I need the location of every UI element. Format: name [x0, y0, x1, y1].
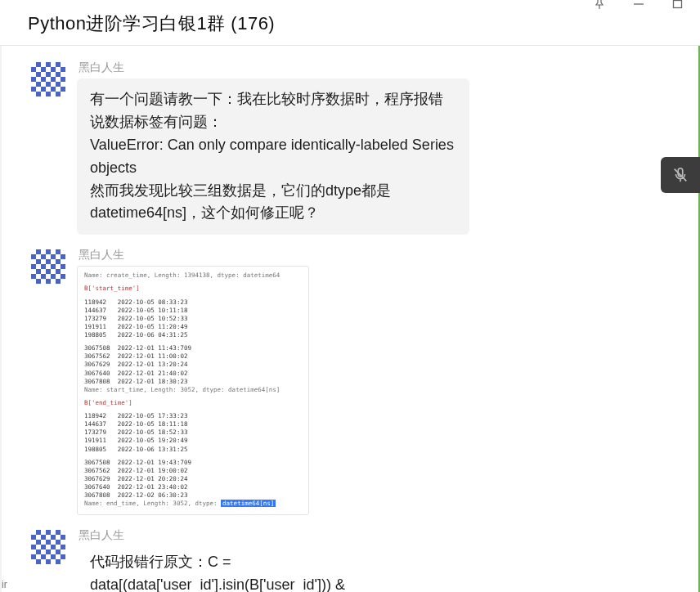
console-row: 3067629 2022-12-01 20:20:24: [84, 475, 302, 483]
svg-rect-2: [674, 1, 682, 8]
message-bubble[interactable]: 有一个问题请教一下：我在比较时序数据时，程序报错说数据标签有问题： ValueE…: [77, 78, 469, 235]
console-row: 3067808 2022-12-01 18:30:23: [84, 378, 302, 386]
console-row: 118942 2022-10-05 17:33:23: [84, 412, 302, 420]
console-expr: B['end_time']: [84, 399, 302, 407]
message-bubble[interactable]: 代码报错行原文：C = data[(data['user_id'].isin(B…: [77, 546, 469, 592]
window-buttons: [594, 0, 684, 10]
sender-name: 黑白人生: [77, 528, 690, 543]
maximize-icon[interactable]: [672, 0, 684, 10]
pin-icon[interactable]: [594, 0, 605, 10]
chat-scroll[interactable]: 黑白人生 有一个问题请教一下：我在比较时序数据时，程序报错说数据标签有问题： V…: [10, 46, 690, 592]
console-row: 3067640 2022-12-01 23:40:02: [84, 483, 302, 491]
avatar[interactable]: [31, 530, 65, 564]
console-row: 173279 2022-10-05 18:52:33: [84, 428, 302, 437]
message: 黑白人生 代码报错行原文：C = data[(data['user_id'].i…: [10, 527, 690, 592]
console-row: 3067640 2022-12-01 21:40:02: [84, 370, 302, 378]
console-row: 3067629 2022-12-01 13:20:24: [84, 361, 302, 369]
mute-toggle[interactable]: [661, 157, 700, 193]
avatar[interactable]: [31, 62, 65, 96]
console-row: 3067508 2022-12-01 11:43:709: [84, 344, 302, 352]
console-row: 3067562 2022-12-01 19:00:02: [84, 467, 302, 475]
left-edge: [0, 0, 2, 592]
title-bar: Python进阶学习白银1群 (176): [0, 0, 700, 46]
console-row: 144637 2022-10-05 18:11:18: [84, 420, 302, 428]
console-row: 173279 2022-10-05 10:52:33: [84, 315, 302, 323]
console-row: 118942 2022-10-05 08:33:23: [84, 298, 302, 307]
message: 黑白人生 有一个问题请教一下：我在比较时序数据时，程序报错说数据标签有问题： V…: [10, 59, 690, 246]
console-row: 3067508 2022-12-01 19:43:709: [84, 459, 302, 467]
console-row: 3067808 2022-12-02 06:30:23: [84, 491, 302, 500]
chat-title: Python进阶学习白银1群 (176): [28, 11, 275, 36]
console-row: 144637 2022-10-05 10:11:18: [84, 307, 302, 315]
sender-name: 黑白人生: [77, 61, 690, 75]
console-row: 191911 2022-10-05 11:20:49: [84, 323, 302, 331]
console-header: Name: create_time, Length: 1394138, dtyp…: [84, 271, 302, 280]
console-footer: Name: start_time, Length: 3052, dtype: d…: [84, 386, 302, 394]
console-row: 198805 2022-10-06 13:31:25: [84, 446, 302, 454]
console-row: 198805 2022-10-06 04:31:25: [84, 331, 302, 339]
console-footer: Name: end_time, Length: 3052, dtype: dat…: [84, 500, 302, 508]
console-row: 3067562 2022-12-01 11:00:02: [84, 352, 302, 361]
image-attachment[interactable]: Name: create_time, Length: 1394138, dtyp…: [77, 266, 309, 515]
avatar[interactable]: [31, 249, 65, 284]
message: 黑白人生 Name: create_time, Length: 1394138,…: [10, 246, 690, 527]
watermark-fragment: ir: [0, 579, 7, 592]
minimize-icon[interactable]: [633, 0, 644, 10]
sender-name: 黑白人生: [77, 248, 690, 262]
mic-muted-icon: [671, 166, 689, 184]
console-expr: B['start_time']: [84, 285, 302, 293]
console-row: 191911 2022-10-05 19:20:49: [84, 437, 302, 445]
